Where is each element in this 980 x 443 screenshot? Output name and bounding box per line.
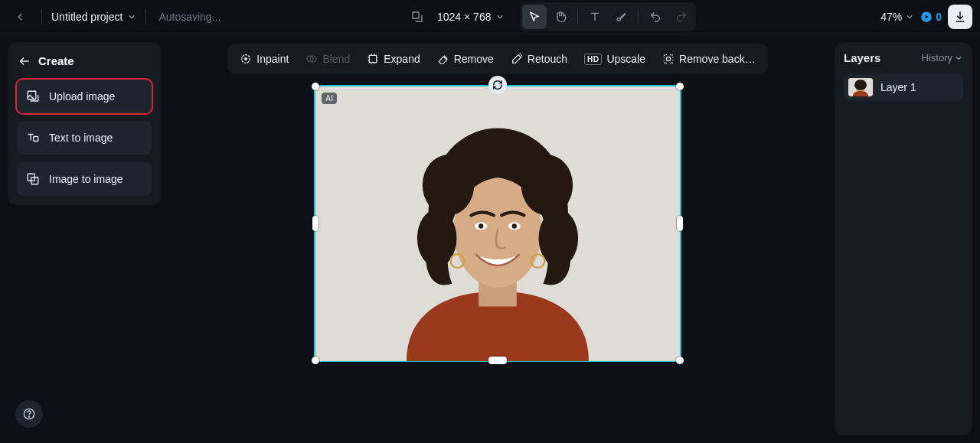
topbar-right: 47% 0 (880, 5, 972, 29)
upscale-action[interactable]: HD Upscale (578, 48, 652, 70)
text-to-image-button[interactable]: Text to image (17, 121, 152, 155)
text-to-image-icon (26, 131, 40, 145)
inpaint-label: Inpaint (256, 53, 289, 65)
svg-rect-3 (28, 91, 36, 99)
remove-bg-icon (662, 53, 675, 65)
upload-image-label: Upload image (49, 90, 115, 103)
svg-point-8 (28, 416, 29, 417)
divider (577, 9, 578, 24)
layer-thumbnail (848, 78, 873, 96)
layers-title: Layers (844, 51, 880, 64)
zoom-label: 47% (880, 11, 902, 23)
expand-label: Expand (384, 53, 420, 65)
expand-action[interactable]: Expand (361, 48, 426, 70)
resize-handle-br[interactable] (676, 357, 684, 364)
brush-tool[interactable] (609, 5, 633, 29)
image-selection-frame[interactable]: AI (314, 85, 681, 362)
credits-value: 0 (936, 11, 942, 23)
svg-point-10 (245, 58, 247, 60)
svg-point-24 (512, 223, 517, 228)
remove-background-action[interactable]: Remove back… (656, 48, 762, 70)
canvas-image (315, 86, 680, 361)
top-bar: Untitled project Autosaving... 1024 × 76… (0, 0, 980, 34)
canvas-area: Inpaint Blend Expand Remove Retouch HD U… (168, 34, 827, 443)
blend-label: Blend (322, 53, 350, 65)
autosave-status: Autosaving... (158, 11, 220, 23)
retouch-icon (511, 53, 523, 65)
collapse-icon (18, 55, 31, 67)
resize-handle-tl[interactable] (312, 83, 319, 90)
select-tool[interactable] (522, 5, 547, 29)
layers-panel: Layers History Layer 1 (835, 42, 972, 435)
regenerate-button[interactable] (488, 76, 507, 94)
svg-point-18 (521, 155, 573, 215)
undo-button[interactable] (643, 5, 668, 29)
resize-handle-tr[interactable] (676, 83, 684, 90)
chevron-down-icon (495, 12, 505, 21)
topbar-left: Untitled project Autosaving... (8, 5, 220, 29)
text-to-image-label: Text to image (49, 132, 113, 144)
chevron-down-icon (127, 12, 136, 21)
left-sidebar: Create Upload image Text to image Image … (0, 34, 168, 443)
image-to-image-button[interactable]: Image to image (17, 162, 152, 196)
remove-label: Remove (454, 53, 494, 65)
topbar-center: 1024 × 768 (220, 2, 880, 31)
divider (638, 9, 639, 24)
chevron-down-icon (905, 12, 914, 21)
divider (145, 9, 146, 24)
back-button[interactable] (8, 5, 32, 29)
layer-row[interactable]: Layer 1 (844, 73, 963, 101)
upload-image-icon (26, 90, 40, 103)
history-dropdown[interactable]: History (922, 52, 963, 64)
svg-point-17 (423, 155, 474, 215)
credits-icon (920, 11, 933, 23)
remove-bg-label: Remove back… (679, 53, 756, 65)
redo-button[interactable] (669, 5, 694, 29)
history-label: History (922, 52, 952, 64)
image-to-image-label: Image to image (49, 173, 123, 185)
svg-rect-0 (413, 12, 419, 18)
project-name-dropdown[interactable]: Untitled project (51, 11, 136, 23)
inpaint-icon (240, 53, 252, 65)
canvas-tool-group (520, 2, 696, 31)
blend-icon (305, 53, 318, 65)
canvas-wrap: AI (314, 85, 681, 362)
inpaint-action[interactable]: Inpaint (234, 48, 295, 70)
right-sidebar: Layers History Layer 1 (827, 34, 980, 443)
action-toolbar: Inpaint Blend Expand Remove Retouch HD U… (227, 44, 767, 74)
help-icon (23, 408, 35, 420)
create-header[interactable]: Create (17, 51, 152, 72)
svg-rect-4 (34, 137, 38, 142)
resize-handle-l[interactable] (312, 216, 318, 231)
resize-handle-bl[interactable] (312, 357, 319, 364)
ai-badge: AI (322, 93, 337, 104)
workspace: Create Upload image Text to image Image … (0, 34, 980, 443)
canvas-dimensions-dropdown[interactable]: 1024 × 768 (433, 11, 509, 23)
download-button[interactable] (948, 5, 972, 29)
remove-action[interactable]: Remove (431, 48, 500, 70)
chevron-down-icon (954, 54, 963, 63)
upload-image-button[interactable]: Upload image (17, 80, 152, 113)
canvas-dimensions-label: 1024 × 768 (437, 11, 491, 23)
layer-label: Layer 1 (880, 81, 916, 93)
resize-handle-r[interactable] (677, 216, 683, 231)
upscale-label: Upscale (606, 53, 645, 65)
help-button[interactable] (15, 400, 43, 428)
svg-point-14 (666, 57, 670, 60)
credits-indicator[interactable]: 0 (920, 11, 942, 23)
image-to-image-icon (26, 172, 40, 186)
retouch-label: Retouch (528, 53, 567, 65)
zoom-dropdown[interactable]: 47% (880, 11, 914, 23)
resize-handle-b[interactable] (488, 357, 507, 364)
svg-point-22 (479, 223, 483, 228)
layers-header: Layers History (844, 51, 963, 64)
svg-rect-13 (370, 55, 377, 62)
svg-point-29 (854, 80, 867, 90)
blend-action: Blend (299, 48, 356, 70)
retouch-action[interactable]: Retouch (505, 48, 573, 70)
pan-tool[interactable] (548, 5, 573, 29)
expand-icon (367, 53, 379, 65)
text-tool[interactable] (583, 5, 607, 29)
project-name-label: Untitled project (51, 11, 122, 23)
canvas-resize-button[interactable] (405, 5, 430, 29)
